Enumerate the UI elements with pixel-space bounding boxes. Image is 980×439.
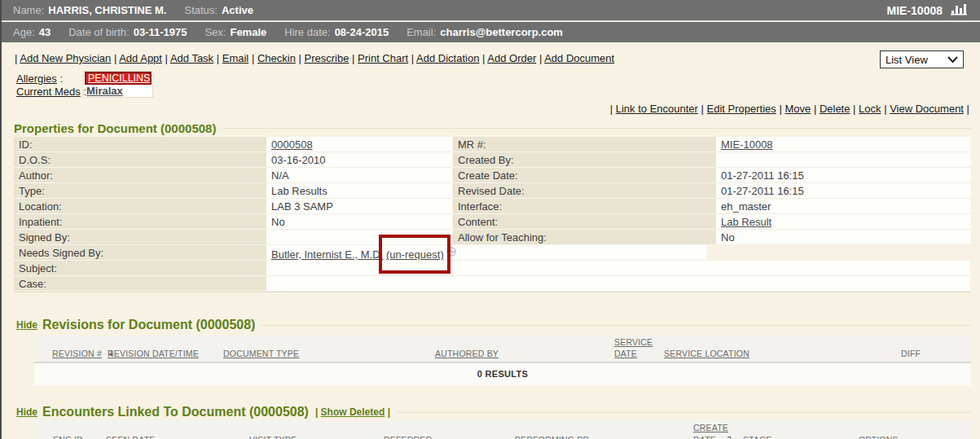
- property-row: Location: LAB 3 SAMP Interface: eh_maste…: [14, 199, 971, 214]
- dob-value: 03-11-1975: [134, 26, 187, 38]
- email-label: Email:: [407, 26, 436, 38]
- prop-label: Allow for Teaching:: [453, 230, 716, 245]
- property-row: Type: Lab Results Revised Date: 01-27-20…: [14, 183, 971, 199]
- heading-rule: [222, 128, 971, 129]
- action-edit-properties[interactable]: Edit Properties: [707, 103, 776, 115]
- prop-value: 0000508: [266, 137, 452, 152]
- menu-add-new-physician[interactable]: Add New Physician: [20, 52, 111, 64]
- col-enc-id[interactable]: ENC ID: [53, 435, 83, 439]
- revisions-empty-row: 0 RESULTS: [34, 363, 971, 385]
- property-row: Needs Signed By: Butler, Internist E., M…: [14, 245, 971, 261]
- action-view-document[interactable]: View Document: [890, 103, 964, 115]
- prop-value: [266, 276, 970, 292]
- signature-icon[interactable]: [446, 245, 456, 261]
- menu-add-document[interactable]: Add Document: [544, 52, 614, 64]
- prop-value: [266, 261, 970, 276]
- patient-name: HARRIS, CHRISTINE M.: [48, 4, 166, 16]
- prop-label: Signed By:: [14, 230, 266, 245]
- view-select-value: List View: [886, 54, 947, 66]
- prop-value: Lab Result: [716, 214, 971, 230]
- col-service-date[interactable]: DATE: [614, 349, 637, 358]
- needs-signed-by-link[interactable]: Butler, Internist E., M.D.: [271, 248, 383, 261]
- prop-label: MR #:: [453, 137, 716, 152]
- prop-label: Case:: [14, 276, 266, 292]
- action-move[interactable]: Move: [784, 103, 811, 115]
- encounters-section-heading: Hide Encounters Linked To Document (0000…: [16, 405, 971, 419]
- menu-add-task[interactable]: Add Task: [170, 52, 213, 64]
- chevron-down-icon: [947, 56, 958, 63]
- prop-label: Create Date:: [453, 168, 716, 183]
- encounters-title: Encounters Linked To Document (0000508): [42, 405, 309, 419]
- age-value: 43: [39, 26, 51, 38]
- content-lab-result-link[interactable]: Lab Result: [721, 216, 771, 228]
- show-deleted-link[interactable]: Show Deleted: [321, 406, 385, 418]
- col-service-date[interactable]: SERVICE: [614, 337, 653, 347]
- col-options: OPTIONS: [859, 435, 899, 439]
- menu-prescribe[interactable]: Prescribe: [304, 52, 349, 64]
- prop-value: [266, 230, 452, 245]
- patient-demographics: Age: 43 Date of birth: 03-11-1975 Sex: F…: [2, 22, 980, 42]
- revisions-section-heading: Hide Revisions for Document (0000508): [16, 318, 971, 332]
- current-meds-link[interactable]: Current Meds: [16, 86, 81, 98]
- mr-number: MIE-10008: [887, 4, 943, 17]
- doc-id-link[interactable]: 0000508: [271, 138, 313, 151]
- med-miralax[interactable]: Miralax: [86, 85, 123, 97]
- menu-add-appt[interactable]: Add Appt: [119, 52, 162, 64]
- allergies-label: Allergies: [16, 72, 63, 85]
- prop-label: D.O.S:: [14, 152, 266, 168]
- col-create-date[interactable]: CREATE: [693, 423, 728, 432]
- col-visit-type[interactable]: VISIT TYPE: [249, 435, 297, 439]
- properties-title: Properties for Document (0000508): [14, 121, 216, 135]
- action-lock[interactable]: Lock: [859, 103, 881, 115]
- col-service-location[interactable]: SERVICE LOCATION: [664, 349, 749, 358]
- age-label: Age:: [13, 26, 35, 38]
- sex-value: Female: [230, 26, 266, 38]
- patient-status: Active: [222, 4, 253, 16]
- prop-value: 03-16-2010: [266, 152, 452, 168]
- col-revision-num[interactable]: REVISION #: [52, 349, 102, 358]
- property-row: Subject:: [14, 261, 971, 276]
- prop-label: Needs Signed By:: [14, 245, 266, 261]
- col-stage[interactable]: STAGE: [743, 435, 772, 439]
- heading-rule: [397, 412, 971, 413]
- col-create-date[interactable]: DATE: [693, 435, 716, 439]
- current-meds-label: Current Meds: [16, 86, 86, 98]
- col-document-type[interactable]: DOCUMENT TYPE: [223, 349, 299, 358]
- menu-checkin[interactable]: Checkin: [257, 52, 296, 64]
- prop-label: ID:: [14, 137, 266, 152]
- prop-label: Author:: [14, 168, 266, 183]
- view-select[interactable]: List View: [880, 50, 964, 68]
- prop-label: Created By:: [453, 152, 716, 168]
- prop-value: 01-27-2011 16:15: [716, 183, 971, 199]
- prop-label: Inpatient:: [14, 214, 266, 230]
- bar-chart-icon[interactable]: [951, 2, 969, 18]
- allergies-link[interactable]: Allergies: [16, 72, 57, 85]
- menu-email[interactable]: Email: [222, 52, 249, 64]
- sex-label: Sex:: [204, 26, 226, 38]
- allergy-penicillins[interactable]: PENICILLINS: [85, 72, 152, 85]
- col-referrer[interactable]: REFERRER: [384, 435, 432, 439]
- property-row: Author: N/A Create Date: 01-27-2011 16:1…: [14, 168, 971, 183]
- prop-value: [716, 152, 971, 168]
- webchart-document-page: Name: HARRIS, CHRISTINE M. Status: Activ…: [0, 0, 980, 439]
- sort-descending-icon[interactable]: ↴: [725, 433, 733, 439]
- action-link-to-encounter[interactable]: Link to Encounter: [616, 103, 698, 115]
- revisions-hide-link[interactable]: Hide: [16, 319, 37, 331]
- prop-label: Revised Date:: [453, 183, 716, 199]
- mr-number-link[interactable]: MIE-10008: [721, 138, 773, 151]
- encounters-table: CREATE ENC ID SEEN DATE VISIT TYPE REFER…: [34, 420, 971, 439]
- encounters-hide-link[interactable]: Hide: [16, 406, 37, 418]
- prop-label: Location:: [14, 199, 266, 214]
- un-request-link[interactable]: (un-request): [386, 248, 444, 261]
- action-delete[interactable]: Delete: [820, 103, 850, 115]
- revisions-table: REVISION # ↴ REVISION DATE/TIME DOCUMENT…: [34, 336, 971, 385]
- col-revision-datetime[interactable]: REVISION DATE/TIME: [108, 349, 199, 358]
- menu-print-chart[interactable]: Print Chart: [358, 52, 408, 64]
- col-seen-date[interactable]: SEEN DATE: [106, 435, 156, 439]
- property-row: Inpatient: No Content: Lab Result: [14, 214, 971, 230]
- col-authored-by[interactable]: AUTHORED BY: [435, 349, 499, 358]
- menu-add-dictation[interactable]: Add Dictation: [416, 52, 479, 64]
- menu-add-order[interactable]: Add Order: [487, 52, 536, 64]
- col-performing-pr[interactable]: PERFORMING PR: [515, 435, 589, 439]
- dob-label: Date of birth:: [68, 26, 129, 38]
